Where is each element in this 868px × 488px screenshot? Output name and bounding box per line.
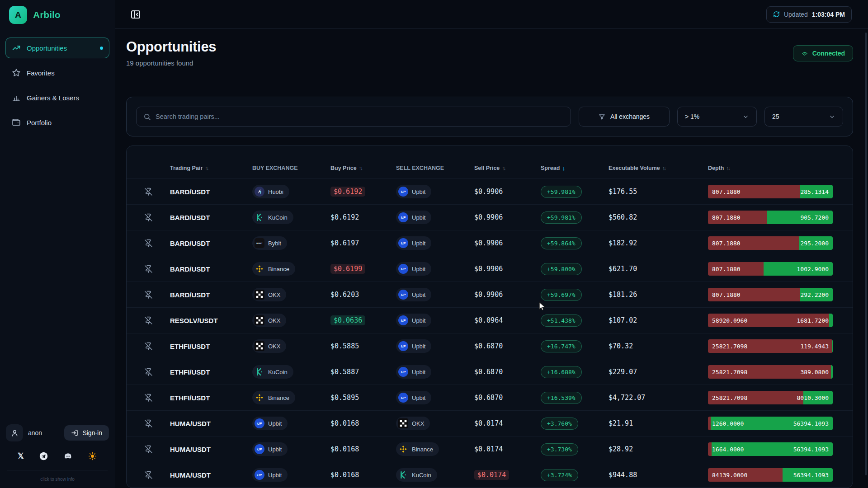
pin-button[interactable] bbox=[144, 265, 153, 273]
trending-up-icon bbox=[12, 43, 21, 52]
pin-button[interactable] bbox=[144, 188, 153, 196]
executable-volume: $176.55 bbox=[609, 188, 708, 196]
table-row[interactable]: BARD/USDTHuobi$0.6192UPUpbit$0.9906+59.9… bbox=[127, 178, 853, 204]
last-updated-badge[interactable]: Updated 1:03:04 PM bbox=[766, 6, 852, 23]
spread-filter-select[interactable]: > 1% bbox=[677, 107, 757, 127]
kucoin-logo-icon bbox=[398, 470, 408, 480]
pin-button[interactable] bbox=[144, 291, 153, 299]
executable-volume: $4,722.07 bbox=[609, 394, 708, 402]
pin-button[interactable] bbox=[144, 342, 153, 351]
executable-volume: $621.70 bbox=[609, 265, 708, 273]
sun-icon bbox=[88, 451, 97, 461]
spread: +59.800% bbox=[541, 263, 609, 275]
sidebar-item-label: Opportunities bbox=[27, 44, 67, 52]
column-header-spread[interactable]: Spread↓ bbox=[541, 165, 609, 172]
sell-price: $0.0174 bbox=[474, 471, 541, 479]
table-row[interactable]: HUMA/USDTUPUpbit$0.0168Binance$0.0174+3.… bbox=[127, 436, 853, 462]
table-row[interactable]: BARD/USDTKuCoin$0.6192UPUpbit$0.9906+59.… bbox=[127, 204, 853, 230]
pin-button[interactable] bbox=[144, 394, 153, 402]
pin-off-icon bbox=[144, 471, 153, 479]
column-header-executable-volume[interactable]: Executable Volume↑↓ bbox=[609, 165, 708, 171]
sidebar-item-opportunities[interactable]: Opportunities bbox=[5, 38, 109, 58]
upbit-logo-icon: UP bbox=[398, 367, 408, 377]
pin-button[interactable] bbox=[144, 419, 153, 428]
buy-exchange: OKX bbox=[252, 339, 330, 353]
executable-volume: $181.26 bbox=[609, 291, 708, 299]
pin-button[interactable] bbox=[144, 239, 153, 248]
telegram-icon bbox=[39, 451, 48, 461]
depth: 807.1880292.2200 bbox=[708, 288, 853, 301]
depth: 1664.000056394.1093 bbox=[708, 442, 853, 456]
spread: +16.688% bbox=[541, 366, 609, 378]
column-header-trading-pair[interactable]: Trading Pair↑↓ bbox=[170, 165, 252, 171]
brand-name: Arbilo bbox=[33, 9, 61, 20]
log-in-icon bbox=[71, 429, 78, 436]
discord-link[interactable] bbox=[63, 451, 73, 461]
pin-button[interactable] bbox=[144, 213, 153, 222]
depth: 807.1880285.1314 bbox=[708, 185, 853, 198]
table-row[interactable]: BARD/USDTBinance$0.6199UPUpbit$0.9906+59… bbox=[127, 256, 853, 282]
table-row[interactable]: HUMA/USDTUPUpbit$0.0168KuCoin$0.0174+3.7… bbox=[127, 462, 853, 488]
pin-button[interactable] bbox=[144, 445, 153, 454]
x-logo-icon: 𝕏 bbox=[18, 451, 24, 461]
main: Opportunities 19 opportunities found Con… bbox=[115, 29, 868, 488]
executable-volume: $107.02 bbox=[609, 316, 708, 324]
buy-price: $0.0168 bbox=[330, 419, 396, 427]
executable-volume: $21.91 bbox=[609, 419, 708, 427]
upbit-logo-icon: UP bbox=[398, 212, 408, 222]
scrollbar[interactable] bbox=[865, 33, 867, 475]
telegram-link[interactable] bbox=[39, 451, 48, 461]
depth: 25821.7098119.4943 bbox=[708, 339, 853, 353]
sidebar-item-label: Favorites bbox=[27, 69, 55, 77]
sign-in-button[interactable]: Sign-in bbox=[64, 425, 109, 441]
theme-toggle-link[interactable] bbox=[88, 451, 97, 461]
table-row[interactable]: BARD/USDTBYBITBybit$0.6197UPUpbit$0.9906… bbox=[127, 230, 853, 256]
buy-exchange: UPUpbit bbox=[252, 468, 330, 482]
column-header-sell-price[interactable]: Sell Price↑↓ bbox=[474, 165, 541, 171]
depth-sell-value: 56394.1093 bbox=[793, 417, 829, 430]
chevron-down-icon bbox=[742, 113, 749, 120]
pin-button[interactable] bbox=[144, 368, 153, 376]
panel-collapse-icon bbox=[130, 9, 141, 20]
pin-off-icon bbox=[144, 342, 153, 351]
upbit-logo-icon: UP bbox=[398, 264, 408, 274]
sell-exchange: UPUpbit bbox=[396, 339, 474, 353]
table-row[interactable]: RESOLV/USDTOKX$0.0636UPUpbit$0.0964+51.4… bbox=[127, 307, 853, 333]
sidebar-collapse-button[interactable] bbox=[130, 9, 141, 20]
buy-exchange: OKX bbox=[252, 314, 330, 327]
huobi-logo-icon bbox=[255, 187, 264, 197]
table-row[interactable]: HUMA/USDTUPUpbit$0.0168OKX$0.0174+3.760%… bbox=[127, 410, 853, 436]
column-header-depth[interactable]: Depth↑↓ bbox=[708, 165, 853, 171]
avatar bbox=[6, 424, 23, 441]
column-header-buy-price[interactable]: Buy Price↑↓ bbox=[330, 165, 396, 171]
page-size-select[interactable]: 25 bbox=[764, 107, 843, 127]
sidebar-item-label: Portfolio bbox=[27, 119, 52, 127]
pin-button[interactable] bbox=[144, 471, 153, 479]
trading-pair: BARD/USDT bbox=[170, 214, 252, 221]
page-title: Opportunities bbox=[126, 39, 216, 55]
depth-sell-value: 56394.1093 bbox=[793, 442, 829, 456]
table-row[interactable]: ETHFI/USDTBinance$0.5895UPUpbit$0.6870+1… bbox=[127, 385, 853, 410]
depth-buy-value: 1260.0000 bbox=[712, 417, 744, 430]
sidebar-item-favorites[interactable]: Favorites bbox=[5, 62, 109, 83]
x-link[interactable]: 𝕏 bbox=[18, 451, 24, 461]
table-body: BARD/USDTHuobi$0.6192UPUpbit$0.9906+59.9… bbox=[127, 178, 853, 488]
depth: 84139.000056394.1093 bbox=[708, 468, 853, 482]
social-links: 𝕏 bbox=[6, 441, 109, 464]
bar-chart-icon bbox=[12, 93, 21, 102]
pin-button[interactable] bbox=[144, 316, 153, 325]
table-row[interactable]: BARD/USDTOKX$0.6203UPUpbit$0.9906+59.697… bbox=[127, 282, 853, 307]
sell-price: $0.6870 bbox=[474, 368, 541, 376]
executable-volume: $182.92 bbox=[609, 239, 708, 247]
search-input[interactable] bbox=[156, 113, 564, 120]
kucoin-logo-icon bbox=[255, 212, 264, 222]
table-row[interactable]: ETHFI/USDTKuCoin$0.5887UPUpbit$0.6870+16… bbox=[127, 359, 853, 385]
exchange-filter-button[interactable]: All exchanges bbox=[579, 107, 670, 127]
sidebar-item-gainers-losers[interactable]: Gainers & Losers bbox=[5, 87, 109, 108]
buy-exchange: KuCoin bbox=[252, 211, 330, 224]
sort-icon: ↑↓ bbox=[205, 165, 208, 171]
sidebar-item-portfolio[interactable]: Portfolio bbox=[5, 112, 109, 133]
table-row[interactable]: ETHFI/USDTOKX$0.5885UPUpbit$0.6870+16.74… bbox=[127, 333, 853, 359]
depth-buy-value: 25821.7098 bbox=[712, 391, 747, 404]
content: Updated 1:03:04 PM Opportunities 19 oppo… bbox=[115, 0, 868, 488]
